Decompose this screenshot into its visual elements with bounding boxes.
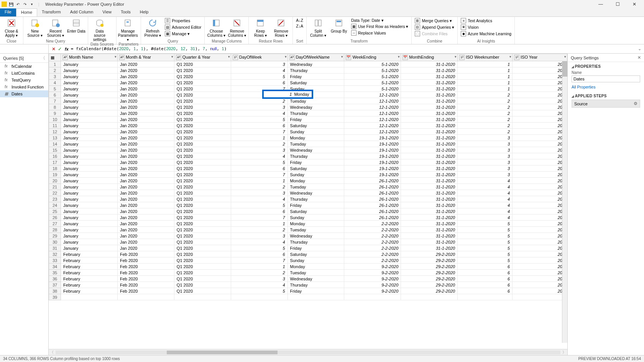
- cell[interactable]: 2: [458, 123, 513, 129]
- cell[interactable]: 19-1-2020: [344, 141, 401, 147]
- cell[interactable]: January: [61, 153, 118, 159]
- cell[interactable]: 3: [458, 141, 513, 147]
- cell[interactable]: Jan 2020: [117, 165, 174, 172]
- cell[interactable]: 4: [458, 215, 513, 221]
- table-row[interactable]: 21JanuaryJan 2020Q1 20202Tuesday26-1-202…: [49, 184, 567, 190]
- cell[interactable]: 202: [513, 61, 567, 67]
- cell[interactable]: 202: [513, 98, 567, 104]
- cell[interactable]: Q1 2020: [174, 245, 231, 251]
- cell[interactable]: Jan 2020: [117, 190, 174, 196]
- cell[interactable]: 12-1-2020: [344, 116, 401, 123]
- cell[interactable]: 1: [458, 86, 513, 92]
- cell[interactable]: 202: [513, 215, 567, 221]
- row-number[interactable]: 4: [49, 80, 61, 86]
- cell[interactable]: 5: [458, 239, 513, 245]
- cell[interactable]: January: [61, 165, 118, 172]
- row-number[interactable]: 26: [49, 215, 61, 221]
- cell[interactable]: 1: [458, 80, 513, 86]
- cell[interactable]: Q1 2020: [174, 153, 231, 159]
- cell[interactable]: Thursday: [288, 153, 344, 159]
- cell[interactable]: 6: [458, 282, 513, 288]
- split-column-button[interactable]: Split Column ▾: [309, 18, 327, 38]
- table-row[interactable]: 28JanuaryJan 2020Q1 20202Tuesday2-2-2020…: [49, 227, 567, 233]
- cell[interactable]: 2: [458, 104, 513, 110]
- cell[interactable]: 2: [231, 184, 288, 190]
- cell[interactable]: January: [61, 190, 118, 196]
- cell[interactable]: 31-1-2020: [401, 67, 458, 74]
- table-row[interactable]: 16JanuaryJan 2020Q1 20204Thursday19-1-20…: [49, 153, 567, 159]
- column-dropdown-icon[interactable]: ▾: [341, 55, 343, 59]
- cell[interactable]: 7: [231, 257, 288, 264]
- cell[interactable]: 202: [513, 221, 567, 227]
- table-row[interactable]: 5JanuaryJan 2020Q1 20207Sunday5-1-202031…: [49, 86, 567, 92]
- cell[interactable]: 202: [513, 282, 567, 288]
- cell[interactable]: 202: [513, 270, 567, 276]
- cell[interactable]: 5-1-2020: [344, 61, 401, 67]
- cell[interactable]: 31-1-2020: [401, 233, 458, 239]
- cell[interactable]: Jan 2020: [117, 202, 174, 208]
- cell[interactable]: 1: [458, 74, 513, 80]
- cell[interactable]: January: [61, 123, 118, 129]
- cell[interactable]: 3: [458, 153, 513, 159]
- cell[interactable]: 7: [231, 172, 288, 178]
- cell[interactable]: 31-1-2020: [401, 221, 458, 227]
- cell[interactable]: 6: [458, 276, 513, 282]
- cell[interactable]: Q1 2020: [174, 135, 231, 141]
- cell[interactable]: 6: [231, 123, 288, 129]
- cell[interactable]: Jan 2020: [117, 153, 174, 159]
- row-number[interactable]: 36: [49, 276, 61, 282]
- query-item-dates[interactable]: ▦Dates: [0, 90, 48, 97]
- cell[interactable]: 202: [513, 251, 567, 257]
- cell[interactable]: 202: [513, 123, 567, 129]
- cell[interactable]: January: [61, 116, 118, 123]
- cell[interactable]: Q1 2020: [174, 123, 231, 129]
- cell[interactable]: Q1 2020: [174, 116, 231, 123]
- cell[interactable]: 2-2-2020: [344, 221, 401, 227]
- cell[interactable]: Thursday: [288, 282, 344, 288]
- cell[interactable]: 29-2-2020: [401, 270, 458, 276]
- cell[interactable]: 31-1-2020: [401, 92, 458, 98]
- cell[interactable]: 5: [231, 116, 288, 123]
- cell[interactable]: January: [61, 98, 118, 104]
- properties-button[interactable]: ☰Properties: [164, 18, 202, 24]
- column-dropdown-icon[interactable]: ▾: [285, 55, 287, 59]
- cell[interactable]: Feb 2020: [117, 276, 174, 282]
- column-header-month-year[interactable]: AᴮMonth & Year▾: [117, 54, 174, 61]
- formula-expand-icon[interactable]: ⌄: [635, 46, 644, 51]
- column-header-dayofweek[interactable]: 1²DayOfWeek▾: [231, 54, 288, 61]
- cell[interactable]: 5: [458, 233, 513, 239]
- cell[interactable]: 7: [231, 86, 288, 92]
- cell[interactable]: Q1 2020: [174, 221, 231, 227]
- table-row[interactable]: 34FebruaryFeb 2020Q1 20201Monday9-2-2020…: [49, 264, 567, 270]
- table-row[interactable]: 36FebruaryFeb 2020Q1 20203Wednesday9-2-2…: [49, 276, 567, 282]
- cell[interactable]: 202: [513, 92, 567, 98]
- cell[interactable]: Jan 2020: [117, 159, 174, 165]
- cell[interactable]: Sunday: [288, 86, 344, 92]
- cell[interactable]: January: [61, 74, 118, 80]
- cell[interactable]: 31-1-2020: [401, 178, 458, 184]
- cell[interactable]: 12-1-2020: [344, 98, 401, 104]
- table-row[interactable]: 31JanuaryJan 2020Q1 20205Friday2-2-20203…: [49, 245, 567, 251]
- qat-dropdown-icon[interactable]: ▼: [29, 2, 34, 7]
- cell[interactable]: January: [61, 104, 118, 110]
- keep-rows-button[interactable]: Keep Rows ▾: [251, 18, 269, 38]
- cell[interactable]: Saturday: [288, 208, 344, 215]
- cell[interactable]: 26-1-2020: [344, 202, 401, 208]
- cell[interactable]: 5: [231, 202, 288, 208]
- cell[interactable]: 19-1-2020: [344, 159, 401, 165]
- cell[interactable]: February: [61, 270, 118, 276]
- row-number[interactable]: 20: [49, 178, 61, 184]
- tab-add-column[interactable]: Add Column: [66, 8, 98, 16]
- cell[interactable]: 29-2-2020: [401, 282, 458, 288]
- cell[interactable]: 31-1-2020: [401, 165, 458, 172]
- cell[interactable]: Friday: [288, 245, 344, 251]
- cell[interactable]: 6: [231, 208, 288, 215]
- cell[interactable]: 5: [231, 288, 288, 294]
- cell[interactable]: 2-2-2020: [344, 227, 401, 233]
- cell[interactable]: 31-1-2020: [401, 98, 458, 104]
- sort-asc-button[interactable]: A↓Z: [295, 18, 304, 23]
- cell[interactable]: 202: [513, 288, 567, 294]
- cell[interactable]: 202: [513, 245, 567, 251]
- row-number[interactable]: 21: [49, 184, 61, 190]
- query-name-input[interactable]: [572, 75, 640, 82]
